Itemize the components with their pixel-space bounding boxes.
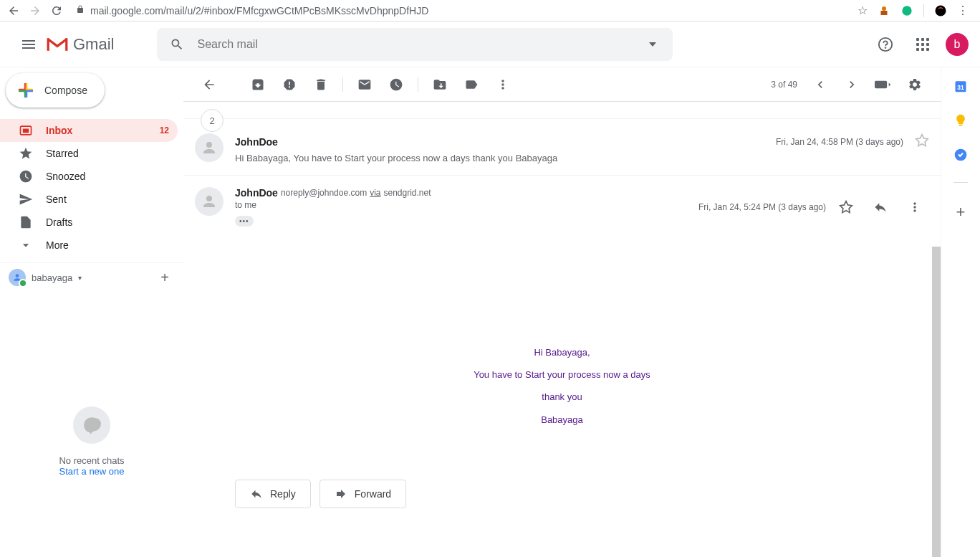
- extension-icon-1[interactable]: [878, 4, 890, 17]
- page-info: 3 of 49: [765, 80, 803, 90]
- via-domain: sendgrid.net: [384, 188, 431, 198]
- browser-forward-button[interactable]: [29, 4, 42, 17]
- hangouts-icon: [73, 406, 110, 444]
- keep-icon[interactable]: [953, 113, 968, 128]
- chevron-down-icon: [19, 238, 33, 252]
- star-button[interactable]: [915, 133, 929, 150]
- search-input[interactable]: [191, 38, 638, 51]
- calendar-icon[interactable]: 31: [953, 79, 968, 93]
- reply-icon-button[interactable]: [866, 193, 895, 222]
- svg-text:31: 31: [957, 84, 964, 91]
- sidebar-item-snoozed[interactable]: Snoozed: [0, 165, 178, 188]
- contact-avatar: [9, 269, 26, 286]
- move-to-button[interactable]: [426, 70, 454, 99]
- rail-divider: [953, 182, 968, 183]
- archive-button[interactable]: [244, 70, 272, 99]
- forward-button[interactable]: Forward: [320, 480, 406, 508]
- clock-icon: [19, 169, 33, 184]
- star-button[interactable]: [832, 193, 860, 222]
- url-text[interactable]: mail.google.com/mail/u/2/#inbox/FMfcgxwG…: [90, 5, 428, 16]
- sidebar-item-inbox[interactable]: Inbox 12: [0, 119, 178, 142]
- report-spam-button[interactable]: [275, 70, 304, 99]
- browser-menu-icon[interactable]: ⋮: [957, 4, 969, 17]
- svg-rect-1: [881, 11, 888, 15]
- svg-point-0: [882, 6, 886, 11]
- svg-point-2: [902, 6, 911, 15]
- sender-avatar: [195, 133, 224, 162]
- message-collapsed[interactable]: JohnDoe Fri, Jan 24, 4:58 PM (3 days ago…: [183, 119, 941, 176]
- sender-email: noreply@johndoe.com: [281, 188, 367, 198]
- sidebar-item-sent[interactable]: Sent: [0, 188, 178, 211]
- support-button[interactable]: [871, 30, 900, 59]
- labels-button[interactable]: [457, 70, 486, 99]
- to-label: to me: [235, 200, 256, 210]
- forward-icon: [335, 487, 347, 500]
- nav-count: 12: [160, 125, 169, 135]
- bookmark-star-icon[interactable]: ☆: [858, 4, 868, 17]
- sender-avatar: [195, 187, 224, 216]
- search-options-dropdown[interactable]: [638, 30, 667, 59]
- back-to-inbox-button[interactable]: [195, 70, 224, 99]
- email-body: Hi Babayaga, You have to Start your proc…: [195, 227, 929, 474]
- svg-point-7: [885, 47, 886, 48]
- extension-icon-3[interactable]: [934, 4, 947, 17]
- show-trimmed-button[interactable]: •••: [235, 216, 254, 227]
- older-button[interactable]: [837, 70, 866, 99]
- delete-button[interactable]: [307, 70, 335, 99]
- sidebar: Compose Inbox 12 Starred Snoozed: [0, 67, 183, 557]
- right-rail: 31 +: [941, 67, 980, 557]
- tasks-icon[interactable]: [953, 148, 968, 162]
- settings-button[interactable]: [900, 70, 929, 99]
- sidebar-item-more[interactable]: More: [0, 234, 178, 257]
- gmail-logo[interactable]: Gmail: [46, 35, 114, 54]
- compose-label: Compose: [44, 85, 87, 96]
- sidebar-item-drafts[interactable]: Drafts: [0, 211, 178, 234]
- body-line: thank you: [266, 386, 858, 408]
- search-icon[interactable]: [163, 30, 191, 59]
- body-line: Hi Babayaga,: [266, 341, 858, 363]
- send-icon: [19, 192, 33, 206]
- compose-button[interactable]: Compose: [6, 73, 105, 108]
- mark-unread-button[interactable]: [350, 70, 379, 99]
- chat-contact-row[interactable]: babayaga ▾ +: [0, 262, 183, 292]
- gmail-m-icon: [46, 36, 69, 53]
- toolbar-divider: [342, 77, 343, 92]
- hangouts-start-link[interactable]: Start a new one: [0, 466, 183, 477]
- add-contact-button[interactable]: +: [160, 270, 175, 286]
- sidebar-item-starred[interactable]: Starred: [0, 142, 178, 165]
- scrollbar[interactable]: [932, 247, 941, 557]
- snooze-button[interactable]: [382, 70, 410, 99]
- more-icon-button[interactable]: [900, 193, 929, 222]
- account-avatar[interactable]: b: [946, 33, 969, 56]
- extension-divider: [923, 4, 924, 17]
- search-box[interactable]: [157, 28, 673, 61]
- hangouts-section: No recent chats Start a new one: [0, 406, 183, 477]
- lock-icon: [76, 4, 85, 16]
- newer-button[interactable]: [806, 70, 835, 99]
- content-area: 3 of 49 2: [183, 67, 941, 557]
- svg-rect-11: [875, 80, 887, 87]
- hangouts-no-chats: No recent chats: [0, 455, 183, 466]
- chevron-down-icon[interactable]: ▾: [78, 274, 82, 282]
- apps-button[interactable]: [908, 30, 937, 59]
- body-line: Babayaga: [266, 409, 858, 431]
- nav-label: Snoozed: [46, 171, 169, 182]
- browser-back-button[interactable]: [7, 4, 20, 17]
- browser-reload-button[interactable]: [50, 4, 63, 17]
- nav-label: More: [46, 239, 169, 251]
- message-expanded: JohnDoe noreply@johndoe.com via sendgrid…: [183, 176, 941, 537]
- contact-name: babayaga: [32, 272, 72, 283]
- via-label: via: [370, 188, 380, 198]
- thread-count-badge[interactable]: 2: [201, 109, 224, 132]
- svg-rect-5: [65, 38, 67, 51]
- file-icon: [19, 215, 33, 229]
- reply-label: Reply: [270, 488, 296, 500]
- add-addon-button[interactable]: +: [956, 203, 966, 222]
- reply-button[interactable]: Reply: [235, 480, 311, 508]
- input-tools-button[interactable]: [869, 70, 898, 99]
- hamburger-icon: [22, 40, 35, 49]
- extension-icon-2[interactable]: [900, 4, 913, 17]
- message-snippet: Hi Babayaga, You have to Start your proc…: [235, 153, 929, 163]
- main-menu-button[interactable]: [11, 27, 46, 62]
- more-actions-button[interactable]: [489, 70, 517, 99]
